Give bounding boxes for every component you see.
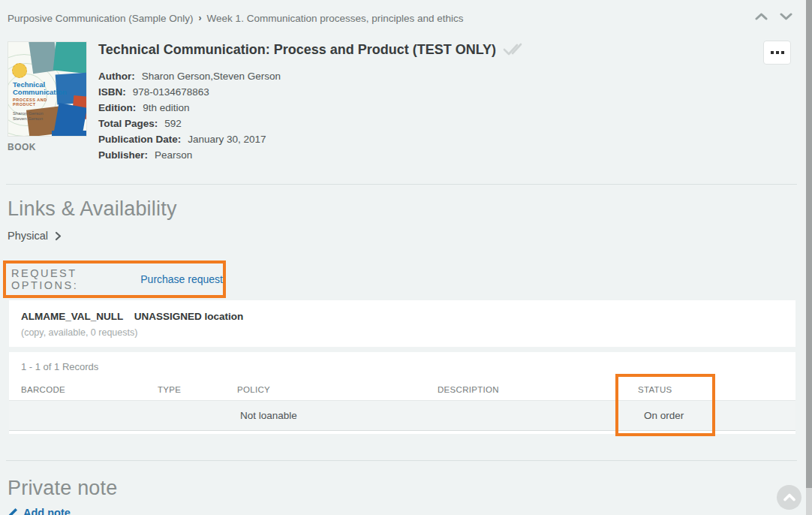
add-note-link[interactable]: Add note bbox=[8, 507, 71, 515]
request-options-label: REQUEST OPTIONS: bbox=[11, 267, 131, 291]
meta-label: Edition: bbox=[98, 102, 136, 113]
meta-isbn: ISBN:978-0134678863 bbox=[98, 84, 624, 100]
meta-value: Pearson bbox=[155, 149, 192, 161]
column-header-policy: POLICY bbox=[237, 385, 270, 394]
scrollbar-thumb[interactable] bbox=[806, 0, 812, 488]
holding-details: (copy, available, 0 requests) bbox=[21, 327, 783, 338]
breadcrumb: Purposive Communication (Sample Only) › … bbox=[8, 13, 464, 24]
meta-author: Author:Sharon Gerson,Steven Gerson bbox=[98, 68, 624, 84]
meta-value: 9th edition bbox=[143, 102, 189, 113]
meta-label: Total Pages: bbox=[98, 118, 158, 129]
meta-value: Sharon Gerson,Steven Gerson bbox=[142, 71, 281, 82]
item-navigation-controls bbox=[755, 12, 792, 21]
holding-location: UNASSIGNED location bbox=[134, 311, 244, 322]
private-note-title: Private note bbox=[8, 477, 117, 500]
chevron-up-icon bbox=[783, 493, 795, 501]
scroll-to-top-button[interactable] bbox=[777, 485, 801, 510]
meta-edition: Edition:9th edition bbox=[98, 100, 624, 116]
column-header-description: DESCRIPTION bbox=[438, 385, 499, 394]
annotation-box-status bbox=[615, 374, 715, 436]
ellipsis-icon bbox=[776, 51, 779, 54]
meta-value: January 30, 2017 bbox=[188, 134, 266, 145]
material-type-badge: BOOK bbox=[8, 142, 36, 152]
breadcrumb-section-link[interactable]: Week 1. Communication processes, princip… bbox=[207, 13, 464, 24]
meta-value: 592 bbox=[164, 118, 182, 129]
column-header-barcode: BARCODE bbox=[21, 385, 65, 394]
records-count: 1 - 1 of 1 Records bbox=[21, 361, 98, 372]
cell-policy: Not loanable bbox=[240, 410, 297, 421]
cover-badge bbox=[12, 63, 27, 78]
ellipsis-icon bbox=[781, 51, 784, 54]
cover-photo-collage bbox=[53, 41, 87, 74]
cover-title-text: Technical Communication bbox=[13, 81, 65, 96]
add-note-label: Add note bbox=[23, 507, 71, 515]
book-title-row: Technical Communication: Process and Pro… bbox=[98, 41, 624, 58]
cover-edition-banner bbox=[52, 131, 87, 137]
page-title: Technical Communication: Process and Pro… bbox=[98, 42, 496, 58]
cover-subtitle-text: PROCESS AND PRODUCT bbox=[13, 98, 65, 107]
physical-availability-link[interactable]: Physical bbox=[8, 230, 62, 242]
meta-publisher: Publisher:Pearson bbox=[98, 147, 624, 163]
citation-detail-page: { "breadcrumb": { "course": "Purposive C… bbox=[0, 0, 812, 515]
meta-value: 978-0134678863 bbox=[133, 86, 209, 98]
scrollbar-track[interactable] bbox=[806, 0, 812, 515]
meta-publication-date: Publication Date:January 30, 2017 bbox=[98, 131, 624, 147]
holding-name: ALMAME_VAL_NULL UNASSIGNED location bbox=[21, 311, 783, 322]
meta-label: Publication Date: bbox=[98, 134, 181, 145]
book-cover-image: Technical Communication PROCESS AND PROD… bbox=[8, 41, 87, 137]
book-info: Technical Communication: Process and Pro… bbox=[98, 41, 624, 163]
annotation-box-request-options: REQUEST OPTIONS: Purchase request bbox=[3, 261, 226, 298]
column-header-type: TYPE bbox=[158, 385, 181, 394]
holding-library: ALMAME_VAL_NULL bbox=[21, 311, 123, 322]
section-divider bbox=[6, 460, 797, 461]
cover-authors-text: Sharon Gerson Steven Gerson bbox=[13, 111, 50, 122]
meta-total-pages: Total Pages:592 bbox=[98, 116, 624, 131]
breadcrumb-separator: › bbox=[199, 13, 202, 23]
meta-label: ISBN: bbox=[98, 86, 126, 98]
chevron-right-icon bbox=[55, 231, 62, 241]
section-divider bbox=[6, 184, 797, 185]
chevron-up-icon[interactable] bbox=[755, 12, 768, 21]
breadcrumb-course-link[interactable]: Purposive Communication (Sample Only) bbox=[8, 13, 194, 24]
purchase-request-link[interactable]: Purchase request bbox=[140, 273, 223, 285]
meta-label: Author: bbox=[98, 71, 135, 82]
meta-label: Publisher: bbox=[98, 149, 148, 161]
links-availability-title: Links & Availability bbox=[8, 197, 177, 221]
physical-label: Physical bbox=[8, 230, 48, 242]
ellipsis-icon bbox=[771, 51, 774, 54]
pencil-icon bbox=[8, 507, 18, 515]
book-metadata: Author:Sharon Gerson,Steven Gerson ISBN:… bbox=[98, 68, 624, 163]
chevron-down-icon[interactable] bbox=[780, 12, 792, 21]
more-actions-button[interactable] bbox=[763, 41, 791, 65]
mark-as-done-icon[interactable] bbox=[502, 41, 523, 58]
holding-summary-panel: ALMAME_VAL_NULL UNASSIGNED location (cop… bbox=[9, 300, 795, 347]
